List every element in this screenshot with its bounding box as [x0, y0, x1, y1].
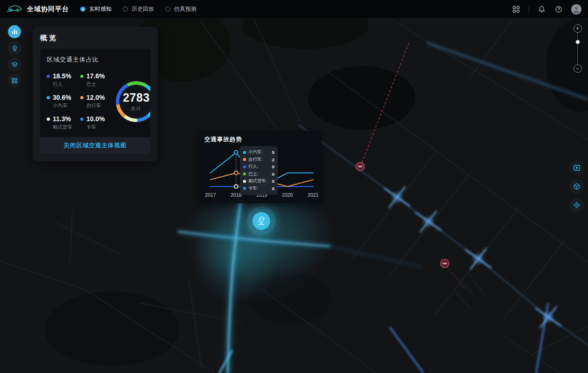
- x-axis-label: 2017: [205, 192, 216, 198]
- tooltip-series-label: 厢式货车:: [248, 178, 272, 184]
- roadside-device-button[interactable]: [252, 212, 270, 230]
- legend-pct: 30.6%: [53, 94, 71, 101]
- camera-icon: [11, 45, 18, 52]
- legend-pct: 10.0%: [86, 115, 105, 123]
- x-axis-label: 2021: [308, 192, 319, 198]
- bar-chart-icon: [11, 28, 18, 35]
- legend-item: 17.6%巴士: [80, 72, 109, 88]
- frame-dot-icon: [573, 164, 581, 172]
- nav-tab-1[interactable]: 历史回放: [123, 5, 154, 13]
- tooltip-series-label: 小汽车:: [248, 149, 272, 155]
- sidebar-item-layers[interactable]: [8, 58, 21, 71]
- tooltip-series-label: 行人:: [248, 164, 272, 170]
- close-traffic-view-button[interactable]: 关闭区域交通主体视图: [40, 137, 150, 154]
- traffic-donut-wrap: 2783 总计: [113, 78, 150, 125]
- legend-pct: 18.5%: [53, 72, 71, 80]
- tooltip-series-marker: [243, 158, 246, 161]
- 3d-view-button[interactable]: [570, 180, 584, 193]
- apps-icon[interactable]: [512, 5, 520, 14]
- legend-label: 自行车: [86, 103, 109, 109]
- legend-dot: [80, 75, 84, 78]
- traffic-donut: [113, 78, 150, 125]
- accident-trend-popup: 交通事故趋势 20172018201920202021 小汽车:5自行车:2行人…: [200, 131, 321, 203]
- layers-icon: [11, 61, 18, 68]
- legend-item: 11.3%厢式货车: [47, 115, 76, 131]
- donut-segment-卡车: [137, 117, 147, 120]
- radio-icon: [165, 7, 170, 12]
- tooltip-series-value: 5: [272, 150, 274, 155]
- legend-item: 30.6%小汽车: [47, 94, 76, 109]
- nav-tabs: 实时感知历史回放仿真预测: [80, 5, 196, 13]
- locate-button[interactable]: [570, 198, 584, 212]
- tooltip-series-value: 0: [272, 179, 274, 184]
- tooltip-row: 自行车:2: [243, 156, 274, 164]
- tooltip-series-label: 自行车:: [248, 157, 272, 163]
- legend-item: 10.0%卡车: [80, 115, 109, 131]
- zoom-out-button[interactable]: −: [574, 64, 582, 73]
- traffic-share-card: 区域交通主体占比 18.5%行人17.6%巴士30.6%小汽车12.0%自行车1…: [40, 48, 150, 154]
- tooltip-row: 卡车:0: [243, 185, 274, 193]
- accident-trend-tooltip: 小汽车:5自行车:2行人:0巴士:0厢式货车:0卡车:0: [240, 146, 278, 195]
- legend-item: 12.0%自行车: [80, 94, 109, 109]
- locate-target-icon: [573, 201, 581, 209]
- map-tools: [570, 161, 584, 212]
- overview-panel-title: 概览: [33, 27, 158, 48]
- tooltip-series-marker: [243, 180, 246, 183]
- traffic-share-legend: 18.5%行人17.6%巴士30.6%小汽车12.0%自行车11.3%厢式货车1…: [47, 72, 109, 131]
- tooltip-series-marker: [243, 187, 246, 190]
- grid-icon: [11, 77, 18, 84]
- tooltip-series-marker: [243, 173, 246, 175]
- sidebar-item-camera[interactable]: [8, 41, 21, 55]
- camera-view-button[interactable]: [570, 161, 584, 175]
- overview-panel: 概览 区域交通主体占比 18.5%行人17.6%巴士30.6%小汽车12.0%自…: [33, 27, 158, 161]
- zoom-in-button[interactable]: +: [574, 24, 582, 33]
- legend-label: 巴士: [86, 81, 109, 88]
- legend-dot: [80, 117, 84, 121]
- donut-segment-巴士: [128, 83, 146, 85]
- nav-tab-0[interactable]: 实时感知: [80, 5, 112, 13]
- tooltip-series-value: 2: [272, 157, 274, 162]
- tooltip-series-label: 巴士:: [248, 171, 272, 177]
- zoom-control: + −: [573, 24, 582, 73]
- tooltip-row: 行人:0: [243, 163, 274, 171]
- topbar: 全域协同平台 实时感知历史回放仿真预测: [0, 0, 588, 19]
- nav-tab-2[interactable]: 仿真预测: [165, 5, 196, 13]
- hover-marker-厢式货车: [234, 185, 238, 188]
- bell-icon[interactable]: [538, 5, 546, 14]
- x-axis-label: 2020: [282, 192, 293, 198]
- tooltip-series-label: 卡车:: [248, 186, 272, 192]
- tooltip-row: 厢式货车:0: [243, 178, 274, 185]
- legend-label: 小汽车: [53, 103, 76, 109]
- app-title: 全域协同平台: [27, 5, 69, 14]
- app-screen: 全域协同平台 实时感知历史回放仿真预测: [0, 0, 588, 373]
- closure-marker[interactable]: [441, 259, 449, 268]
- accident-trend-title: 交通事故趋势: [204, 136, 316, 144]
- side-rail: [8, 25, 21, 87]
- hover-marker-小汽车: [234, 151, 238, 154]
- legend-pct: 12.0%: [86, 94, 105, 101]
- tooltip-series-value: 0: [272, 186, 274, 191]
- help-icon[interactable]: [554, 5, 563, 14]
- radio-icon: [123, 7, 128, 12]
- sidebar-item-overview[interactable]: [8, 25, 21, 38]
- zoom-track[interactable]: [577, 33, 578, 64]
- legend-item: 18.5%行人: [47, 72, 76, 88]
- nav-tab-label: 实时感知: [89, 5, 112, 13]
- legend-dot: [47, 117, 50, 121]
- legend-dot: [80, 96, 84, 99]
- cube-3d-icon: [573, 183, 581, 190]
- nav-tab-label: 历史回放: [132, 5, 154, 13]
- legend-label: 厢式货车: [53, 124, 76, 131]
- zoom-slider-handle[interactable]: [576, 40, 580, 44]
- nav-tab-label: 仿真预测: [174, 5, 196, 13]
- topbar-divider: [529, 6, 529, 13]
- legend-label: 行人: [53, 81, 76, 88]
- tooltip-series-value: 0: [272, 164, 274, 169]
- closure-marker[interactable]: [356, 162, 364, 171]
- tooltip-series-marker: [243, 166, 246, 168]
- legend-dot: [47, 96, 50, 99]
- legend-dot: [47, 75, 50, 78]
- avatar[interactable]: [571, 4, 581, 14]
- sidebar-item-modules[interactable]: [8, 74, 21, 87]
- tooltip-row: 小汽车:5: [243, 149, 274, 156]
